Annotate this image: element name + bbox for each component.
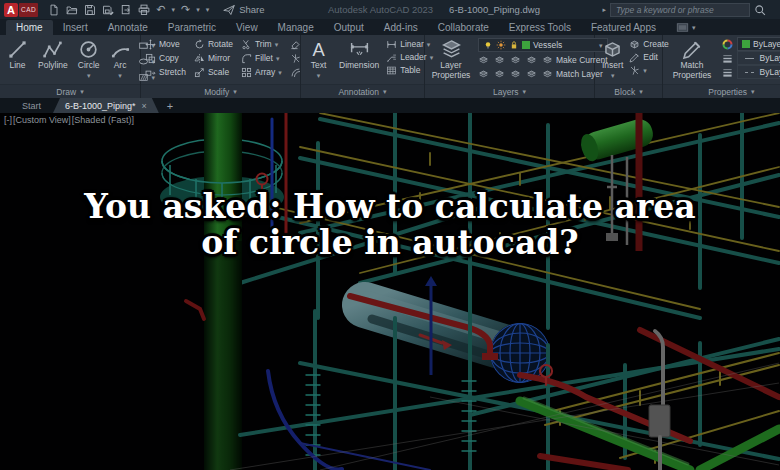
dim-overlay [0, 113, 780, 470]
window-title: Autodesk AutoCAD 2023 6-B-1000_Piping.dw… [328, 0, 540, 19]
search-input[interactable] [610, 3, 750, 17]
layer-lock-mini-icon[interactable] [526, 55, 537, 66]
new-tab-button[interactable]: + [159, 98, 181, 113]
tab-featured-apps[interactable]: Featured Apps [581, 20, 666, 35]
attributes-dropdown-icon: ▾ [643, 67, 647, 74]
layer-off-icon[interactable] [478, 55, 489, 66]
polyline-icon [42, 39, 63, 60]
text-button[interactable]: Text ▾ [305, 38, 332, 84]
layer-unlock-icon[interactable] [526, 69, 537, 80]
array-button[interactable]: Array▾ [241, 66, 282, 78]
new-file-icon[interactable] [48, 4, 60, 16]
offset-icon [290, 67, 301, 78]
rotate-button[interactable]: Rotate [194, 38, 233, 50]
insert-dropdown-icon: ▾ [611, 72, 615, 79]
tab-annotate[interactable]: Annotate [98, 20, 158, 35]
polyline-button[interactable]: Polyline [35, 38, 71, 84]
draw-panel-expand-icon: ▾ [80, 88, 84, 95]
layers-panel-label[interactable]: Layers ▾ [425, 84, 594, 98]
viewport-menu-control[interactable]: [-] [4, 115, 12, 125]
insert-block-button[interactable]: Insert ▾ [599, 38, 626, 84]
explode-icon [290, 53, 301, 64]
tab-parametric[interactable]: Parametric [158, 20, 226, 35]
open-file-icon[interactable] [66, 4, 78, 16]
panel-draw: Line Polyline Circle ▾ Arc ▾ ▾ [0, 35, 141, 98]
lineweight-dropdown[interactable]: ByLayer [737, 51, 780, 65]
visual-style-control[interactable]: [Shaded (Fast)] [72, 115, 134, 125]
layer-unisolate-icon[interactable] [494, 69, 505, 80]
layer-freeze-sun-icon[interactable] [496, 40, 506, 50]
linetype-icon [722, 67, 733, 78]
trim-button[interactable]: Trim▾ [241, 38, 282, 50]
layer-properties-button[interactable]: Layer Properties [429, 38, 473, 84]
file-tab-start[interactable]: Start [10, 98, 53, 113]
block-panel-label[interactable]: Block ▾ [595, 84, 662, 98]
explode-button[interactable] [290, 52, 301, 64]
tab-output[interactable]: Output [324, 20, 374, 35]
autocad-logo[interactable]: A CAD [4, 3, 38, 17]
object-color-dropdown[interactable]: ByLayer ▾ [737, 37, 780, 51]
stretch-button[interactable]: Stretch [145, 66, 186, 78]
modify-panel-label[interactable]: Modify ▾ [141, 84, 300, 98]
annotation-panel-label[interactable]: Annotation ▾ [301, 84, 424, 98]
tab-home[interactable]: Home [6, 20, 53, 35]
help-search: ▸ [602, 3, 766, 17]
dimension-button[interactable]: Dimension [336, 38, 382, 84]
move-button[interactable]: Move [145, 38, 186, 50]
ribbon-display-toggle[interactable]: ▾ [676, 23, 696, 35]
search-icon[interactable] [754, 4, 766, 16]
view-control[interactable]: [Custom View] [13, 115, 71, 125]
tab-insert[interactable]: Insert [53, 20, 98, 35]
redo-icon[interactable]: ↷ [181, 4, 190, 15]
drawing-viewport[interactable]: [-] [Custom View] [Shaded (Fast)] [0, 113, 780, 470]
draw-panel-label[interactable]: Draw ▾ [0, 84, 140, 98]
tab-add-ins[interactable]: Add-ins [374, 20, 428, 35]
arc-button[interactable]: Arc ▾ [107, 38, 134, 84]
layer-on-bulb-icon[interactable] [483, 40, 493, 50]
save-as-icon[interactable] [102, 4, 114, 16]
search-expand-icon[interactable]: ▸ [602, 6, 606, 13]
match-layer-button[interactable]: Match Layer [542, 68, 603, 80]
layer-lock-icon[interactable] [509, 40, 519, 50]
circle-button[interactable]: Circle ▾ [75, 38, 103, 84]
chevron-down-icon: ▾ [692, 24, 696, 31]
redo-dropdown-icon[interactable]: ▾ [196, 6, 200, 13]
file-tab-document[interactable]: 6-B-1000_Piping* × [53, 98, 159, 113]
share-button[interactable]: Share [223, 4, 264, 16]
layer-isolate-icon[interactable] [494, 55, 505, 66]
title-bar: A CAD ↶ ▾ ↷ ▾ ▾ Share Autodesk AutoCAD 2… [0, 0, 780, 19]
layer-color-swatch[interactable] [522, 41, 530, 49]
array-dropdown-icon: ▾ [278, 69, 282, 76]
lineweight-icon [722, 53, 733, 64]
layer-thaw-icon[interactable] [510, 69, 521, 80]
tab-collaborate[interactable]: Collaborate [428, 20, 499, 35]
layer-on-mini-icon[interactable] [478, 69, 489, 80]
customize-qat-icon[interactable]: ▾ [206, 6, 210, 13]
layer-freeze-icon[interactable] [510, 55, 521, 66]
undo-icon[interactable]: ↶ [156, 4, 165, 15]
tab-view[interactable]: View [226, 20, 268, 35]
linetype-dropdown[interactable]: ByLayer [737, 65, 780, 79]
copy-button[interactable]: Copy [145, 52, 186, 64]
headline-line1: You asked: How to calculate area [0, 189, 780, 225]
tab-express-tools[interactable]: Express Tools [499, 20, 581, 35]
undo-dropdown-icon[interactable]: ▾ [171, 6, 175, 13]
erase-button[interactable] [290, 38, 301, 50]
properties-panel-label[interactable]: Properties ▾ [663, 84, 780, 98]
offset-button[interactable] [290, 66, 301, 78]
make-current-icon [542, 55, 553, 66]
plot-icon[interactable] [120, 4, 132, 16]
print-icon[interactable] [138, 4, 150, 16]
scale-button[interactable]: Scale [194, 66, 233, 78]
trim-icon [241, 39, 252, 50]
tab-manage[interactable]: Manage [268, 20, 324, 35]
match-properties-button[interactable]: Match Properties [667, 38, 717, 84]
arc-icon [110, 39, 131, 60]
line-button[interactable]: Line [4, 38, 31, 84]
mirror-button[interactable]: Mirror [194, 52, 233, 64]
modify-panel-expand-icon: ▾ [233, 88, 237, 95]
layer-dropdown[interactable]: Vessels ▾ [478, 38, 608, 52]
save-icon[interactable] [84, 4, 96, 16]
fillet-button[interactable]: Fillet▾ [241, 52, 282, 64]
close-tab-icon[interactable]: × [142, 101, 147, 111]
